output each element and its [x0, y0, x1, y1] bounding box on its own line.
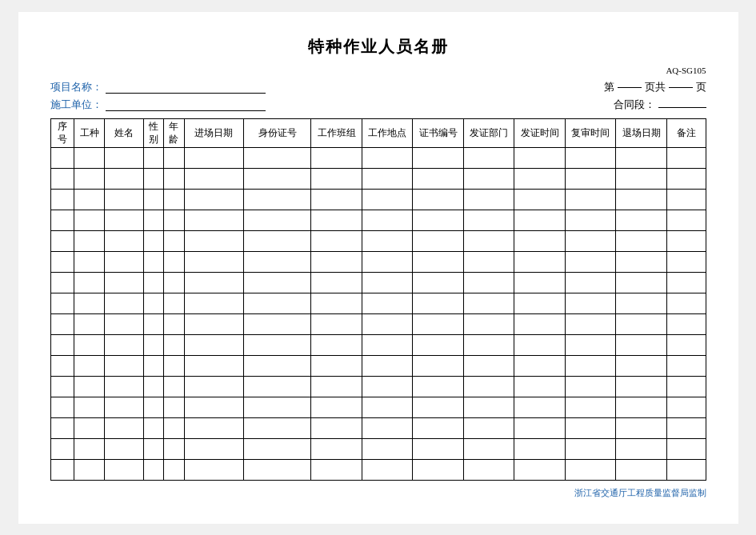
table-cell[interactable] — [243, 293, 311, 314]
table-cell[interactable] — [164, 273, 184, 293]
table-cell[interactable] — [514, 273, 565, 293]
table-cell[interactable] — [514, 231, 565, 252]
table-cell[interactable] — [463, 335, 514, 356]
table-cell[interactable] — [50, 293, 74, 314]
table-cell[interactable] — [105, 148, 144, 169]
table-cell[interactable] — [184, 231, 243, 252]
table-cell[interactable] — [514, 314, 565, 335]
table-cell[interactable] — [362, 314, 412, 335]
table-cell[interactable] — [143, 377, 163, 397]
table-cell[interactable] — [666, 293, 706, 314]
table-cell[interactable] — [413, 252, 463, 273]
table-cell[interactable] — [50, 231, 74, 252]
table-cell[interactable] — [243, 210, 311, 231]
table-cell[interactable] — [105, 190, 144, 210]
table-cell[interactable] — [105, 252, 144, 273]
table-cell[interactable] — [413, 397, 463, 418]
table-cell[interactable] — [666, 210, 706, 231]
table-cell[interactable] — [143, 314, 163, 335]
table-cell[interactable] — [362, 169, 412, 190]
table-cell[interactable] — [666, 439, 706, 460]
table-cell[interactable] — [362, 356, 412, 377]
table-cell[interactable] — [74, 439, 105, 460]
table-cell[interactable] — [311, 190, 362, 210]
table-cell[interactable] — [50, 252, 74, 273]
table-cell[interactable] — [143, 252, 163, 273]
table-cell[interactable] — [311, 460, 362, 481]
table-cell[interactable] — [74, 314, 105, 335]
table-cell[interactable] — [184, 418, 243, 439]
table-cell[interactable] — [74, 169, 105, 190]
table-cell[interactable] — [311, 397, 362, 418]
table-cell[interactable] — [463, 314, 514, 335]
table-cell[interactable] — [616, 273, 666, 293]
page-number-value[interactable] — [618, 87, 642, 88]
table-cell[interactable] — [74, 460, 105, 481]
table-cell[interactable] — [105, 273, 144, 293]
table-cell[interactable] — [413, 439, 463, 460]
table-cell[interactable] — [74, 397, 105, 418]
table-cell[interactable] — [666, 356, 706, 377]
table-cell[interactable] — [514, 397, 565, 418]
table-cell[interactable] — [311, 273, 362, 293]
table-cell[interactable] — [362, 190, 412, 210]
table-cell[interactable] — [164, 231, 184, 252]
project-name-input[interactable] — [106, 81, 266, 94]
table-cell[interactable] — [565, 418, 615, 439]
table-cell[interactable] — [164, 210, 184, 231]
table-cell[interactable] — [666, 231, 706, 252]
table-cell[interactable] — [243, 190, 311, 210]
table-cell[interactable] — [74, 210, 105, 231]
table-cell[interactable] — [184, 335, 243, 356]
table-cell[interactable] — [413, 293, 463, 314]
table-cell[interactable] — [164, 377, 184, 397]
table-cell[interactable] — [362, 335, 412, 356]
table-cell[interactable] — [74, 273, 105, 293]
table-cell[interactable] — [616, 460, 666, 481]
table-cell[interactable] — [514, 252, 565, 273]
table-cell[interactable] — [184, 273, 243, 293]
table-cell[interactable] — [362, 252, 412, 273]
table-cell[interactable] — [616, 356, 666, 377]
table-cell[interactable] — [514, 293, 565, 314]
table-cell[interactable] — [413, 273, 463, 293]
table-cell[interactable] — [413, 148, 463, 169]
table-cell[interactable] — [463, 293, 514, 314]
table-cell[interactable] — [143, 273, 163, 293]
table-cell[interactable] — [616, 335, 666, 356]
table-cell[interactable] — [362, 293, 412, 314]
table-cell[interactable] — [164, 169, 184, 190]
table-cell[interactable] — [666, 397, 706, 418]
table-cell[interactable] — [74, 377, 105, 397]
table-cell[interactable] — [74, 231, 105, 252]
table-cell[interactable] — [666, 335, 706, 356]
table-cell[interactable] — [413, 231, 463, 252]
table-cell[interactable] — [565, 273, 615, 293]
table-cell[interactable] — [143, 293, 163, 314]
table-cell[interactable] — [143, 148, 163, 169]
table-cell[interactable] — [463, 460, 514, 481]
table-cell[interactable] — [74, 148, 105, 169]
table-cell[interactable] — [514, 439, 565, 460]
table-cell[interactable] — [362, 397, 412, 418]
table-cell[interactable] — [164, 148, 184, 169]
table-cell[interactable] — [616, 314, 666, 335]
table-cell[interactable] — [74, 356, 105, 377]
table-cell[interactable] — [362, 148, 412, 169]
table-cell[interactable] — [105, 210, 144, 231]
table-cell[interactable] — [164, 293, 184, 314]
table-cell[interactable] — [666, 252, 706, 273]
table-cell[interactable] — [463, 377, 514, 397]
table-cell[interactable] — [565, 314, 615, 335]
table-cell[interactable] — [514, 418, 565, 439]
table-cell[interactable] — [243, 148, 311, 169]
table-cell[interactable] — [105, 377, 144, 397]
table-cell[interactable] — [105, 335, 144, 356]
table-cell[interactable] — [50, 418, 74, 439]
table-cell[interactable] — [463, 148, 514, 169]
table-cell[interactable] — [362, 439, 412, 460]
table-cell[interactable] — [616, 293, 666, 314]
table-cell[interactable] — [143, 397, 163, 418]
table-cell[interactable] — [616, 397, 666, 418]
table-cell[interactable] — [143, 190, 163, 210]
